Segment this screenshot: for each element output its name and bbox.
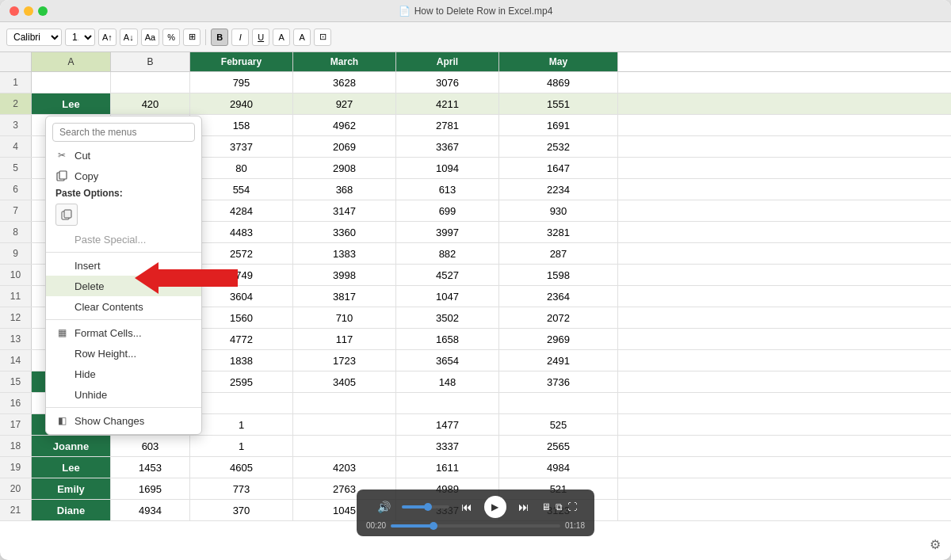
cell-16-apr[interactable] [396,393,499,413]
cell-10-apr[interactable]: 4527 [396,265,499,285]
minimize-button[interactable] [24,6,33,16]
cell-2-mar[interactable]: 927 [293,93,396,114]
cell-10-may[interactable]: 1598 [499,265,618,285]
menu-item-cut[interactable]: ✂ Cut [46,145,201,166]
cell-5-feb[interactable]: 80 [190,158,293,178]
cell-8-mar[interactable]: 3360 [293,222,396,242]
cell-17-apr[interactable]: 1477 [396,414,499,435]
cell-14-mar[interactable]: 1723 [293,350,396,371]
cell-4-apr[interactable]: 3367 [396,136,499,157]
decrease-font-button[interactable]: A↓ [120,29,138,46]
font-selector[interactable]: Calibri [6,29,62,46]
borders-button[interactable]: ⊡ [314,29,331,46]
bold-button[interactable]: B [211,29,228,46]
increase-font-button[interactable]: A↑ [98,29,116,46]
cell-16-mar[interactable] [293,393,396,413]
cell-15-apr[interactable]: 148 [396,371,499,392]
cell-11-apr[interactable]: 1047 [396,286,499,307]
cell-18-mar[interactable] [293,436,396,456]
cell-7-may[interactable]: 930 [499,200,618,221]
cell-13-mar[interactable]: 117 [293,329,396,349]
font-style-button[interactable]: Aa [141,29,159,46]
menu-item-hide[interactable]: Hide [46,364,201,384]
cell-13-may[interactable]: 2969 [499,329,618,349]
cell-19-b[interactable]: 1453 [111,457,190,478]
col-header-april[interactable]: April [396,52,499,71]
fullscreen-icon[interactable]: ⛶ [567,501,577,512]
cell-12-may[interactable]: 2072 [499,307,618,328]
cell-5-mar[interactable]: 2908 [293,158,396,178]
cell-17-feb[interactable]: 1 [190,414,293,435]
cell-19-apr[interactable]: 1611 [396,457,499,478]
fast-forward-button[interactable]: ⏭ [514,497,533,516]
cell-1-apr[interactable]: 3076 [396,72,499,93]
col-header-may[interactable]: May [499,52,618,71]
col-header-a[interactable]: A [32,52,111,71]
cell-15-may[interactable]: 3736 [499,371,618,392]
menu-item-paste-special[interactable]: Paste Special... [46,229,201,250]
cell-19-name[interactable]: Lee [32,457,111,478]
cell-8-may[interactable]: 3281 [499,222,618,242]
col-header-february[interactable]: February [190,52,293,71]
cell-17-mar[interactable] [293,414,396,435]
cell-14-may[interactable]: 2491 [499,350,618,371]
cell-4-mar[interactable]: 2069 [293,136,396,157]
col-header-b[interactable]: B [111,52,190,71]
pip-icon[interactable]: ⧉ [556,501,563,512]
cell-20-name[interactable]: Emily [32,478,111,499]
cell-21-feb[interactable]: 370 [190,500,293,520]
volume-icon[interactable]: 🔊 [375,497,394,516]
cell-11-may[interactable]: 2364 [499,286,618,307]
cell-20-feb[interactable]: 773 [190,478,293,499]
cell-16-may[interactable] [499,393,618,413]
cell-9-feb[interactable]: 2572 [190,243,293,264]
cell-8-feb[interactable]: 4483 [190,222,293,242]
cell-1-a[interactable] [32,72,111,93]
cell-18-b[interactable]: 603 [111,436,190,456]
fill-color-button[interactable]: A [273,29,290,46]
cell-1-b[interactable] [111,72,190,93]
maximize-button[interactable] [38,6,48,16]
cell-7-mar[interactable]: 3147 [293,200,396,221]
cell-19-mar[interactable]: 4203 [293,457,396,478]
cell-3-apr[interactable]: 2781 [396,115,499,135]
cell-13-apr[interactable]: 1658 [396,329,499,349]
cell-1-may[interactable]: 4869 [499,72,618,93]
settings-icon[interactable]: ⚙ [926,535,945,554]
cell-18-name[interactable]: Joanne [32,436,111,456]
merge-button[interactable]: ⊞ [183,29,201,46]
cell-18-apr[interactable]: 3337 [396,436,499,456]
cell-9-mar[interactable]: 1383 [293,243,396,264]
cell-5-may[interactable]: 1647 [499,158,618,178]
cell-3-may[interactable]: 1691 [499,115,618,135]
cell-2-apr[interactable]: 4211 [396,93,499,114]
menu-item-copy[interactable]: Copy [46,166,201,186]
cell-19-feb[interactable]: 4605 [190,457,293,478]
volume-slider[interactable] [402,505,449,509]
cell-12-feb[interactable]: 1560 [190,307,293,328]
cell-6-may[interactable]: 2234 [499,179,618,200]
cell-9-may[interactable]: 287 [499,243,618,264]
cell-20-b[interactable]: 1695 [111,478,190,499]
cell-15-feb[interactable]: 2595 [190,371,293,392]
cell-21-name[interactable]: Diane [32,500,111,520]
cell-18-feb[interactable]: 1 [190,436,293,456]
cell-3-mar[interactable]: 4962 [293,115,396,135]
progress-bar[interactable] [391,524,560,528]
percent-button[interactable]: % [162,29,180,46]
underline-button[interactable]: U [252,29,269,46]
cell-8-apr[interactable]: 3997 [396,222,499,242]
cell-16-feb[interactable] [190,393,293,413]
cell-2-name[interactable]: Lee [32,93,111,114]
cell-11-mar[interactable]: 3817 [293,286,396,307]
cell-1-feb[interactable]: 795 [190,72,293,93]
font-size-selector[interactable]: 11 [65,29,95,46]
screen-icon[interactable]: 🖥 [541,501,551,512]
cell-4-may[interactable]: 2532 [499,136,618,157]
cell-10-mar[interactable]: 3998 [293,265,396,285]
cell-6-feb[interactable]: 554 [190,179,293,200]
close-button[interactable] [10,6,19,16]
cell-3-feb[interactable]: 158 [190,115,293,135]
cell-2-may[interactable]: 1551 [499,93,618,114]
menu-item-unhide[interactable]: Unhide [46,384,201,405]
